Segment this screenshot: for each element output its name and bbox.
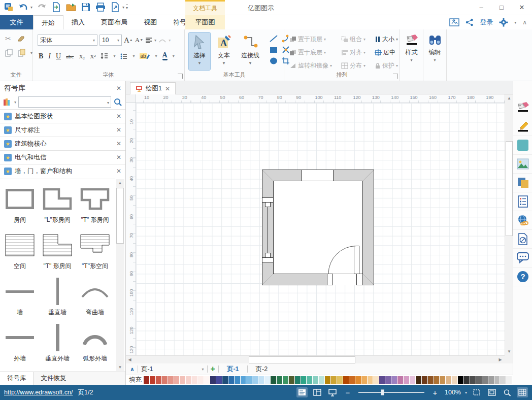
symbol-vertical-wall[interactable]: 垂直墙	[39, 275, 76, 319]
fill-swatch[interactable]	[307, 376, 312, 384]
fill-swatch[interactable]	[482, 376, 488, 384]
annotation-button[interactable]	[513, 230, 532, 249]
symbol-search-input[interactable]	[19, 97, 103, 107]
fill-swatch[interactable]	[452, 376, 457, 384]
zoom-slider[interactable]	[358, 392, 424, 393]
font-dialog-launcher[interactable]	[178, 74, 183, 79]
center-button[interactable]: 居中	[374, 47, 399, 58]
underline-icon[interactable]: U	[56, 52, 61, 60]
zoom-level[interactable]: 100%	[445, 389, 461, 396]
collapse-pages-icon[interactable]: ∧	[130, 366, 135, 373]
symbol-space[interactable]: 空间	[1, 228, 39, 273]
bold-icon[interactable]: B	[39, 52, 43, 60]
symbol-panel-scrollbar[interactable]: ▲ ▼	[116, 179, 124, 371]
fit-page-icon[interactable]	[471, 387, 482, 397]
fill-swatch[interactable]	[428, 376, 434, 384]
view-page-icon[interactable]	[312, 387, 323, 397]
fill-swatch[interactable]	[241, 376, 246, 384]
edit-button[interactable]: 编辑 ▾	[425, 31, 445, 69]
bring-to-front-button[interactable]: 置于顶层▾	[288, 34, 333, 45]
line-spacing-dropdown-icon[interactable]: ▾	[113, 54, 115, 58]
fill-swatch[interactable]	[235, 376, 240, 384]
canvas-vertical-scrollbar[interactable]: ▲ ▼	[505, 94, 513, 355]
decrease-font-icon[interactable]: A▼	[135, 36, 143, 44]
fill-swatch[interactable]	[349, 376, 355, 384]
symbol-arc-exterior-wall[interactable]: 弧形外墙	[76, 321, 114, 365]
arc-text-dropdown-icon[interactable]: ▾	[169, 38, 171, 43]
search-icon[interactable]	[113, 97, 122, 107]
italic-icon[interactable]: I	[48, 52, 51, 60]
file-menu-button[interactable]: 文件	[0, 15, 33, 29]
bullet-list-icon[interactable]	[120, 53, 127, 59]
view-normal-icon[interactable]	[296, 387, 308, 397]
symbol-t-room[interactable]: "T" 形房间	[76, 182, 114, 226]
fill-swatch[interactable]	[277, 376, 282, 384]
fill-swatch[interactable]	[494, 376, 500, 384]
fill-swatch[interactable]	[391, 376, 397, 384]
select-tool-button[interactable]: 选择 ▼	[189, 32, 210, 70]
text-tool-button[interactable]: A 文本 ▼	[213, 32, 235, 70]
fill-swatch[interactable]	[343, 376, 349, 384]
strikethrough-icon[interactable]: abc	[66, 53, 74, 59]
tab-page-layout[interactable]: 页面布局	[93, 15, 136, 29]
fill-swatch[interactable]	[404, 376, 409, 384]
login-button[interactable]: 登录	[480, 18, 493, 27]
undo-dropdown-icon[interactable]: ▾	[30, 5, 32, 10]
fit-window-icon[interactable]	[486, 387, 497, 397]
export-button[interactable]	[110, 2, 121, 13]
fill-swatch[interactable]	[174, 376, 180, 384]
scrollbar-thumb[interactable]	[249, 356, 355, 363]
pages-button[interactable]	[513, 174, 532, 192]
maximize-button[interactable]: □	[491, 0, 512, 14]
symbol-t-space[interactable]: "T"形空间	[76, 228, 114, 273]
style-button[interactable]: 样式 ▾	[402, 31, 422, 69]
fill-swatch[interactable]	[198, 376, 204, 384]
undo-button[interactable]	[18, 2, 29, 13]
category-close-icon[interactable]: ✕	[116, 113, 121, 120]
symbol-l-room[interactable]: "L"形房间	[39, 182, 76, 226]
category-close-icon[interactable]: ✕	[116, 126, 121, 134]
fill-swatch[interactable]	[162, 376, 168, 384]
scrollbar-thumb[interactable]	[116, 188, 124, 244]
fill-swatch[interactable]	[283, 376, 288, 384]
size-button[interactable]: 大小▾	[374, 34, 399, 45]
fill-swatch[interactable]	[325, 376, 330, 384]
font-size-select[interactable]: 10▾	[99, 35, 122, 46]
zoom-in-icon[interactable]: +	[429, 387, 441, 397]
zoom-region-icon[interactable]	[502, 387, 513, 397]
superscript-icon[interactable]: X²	[90, 53, 95, 59]
ellipse-shape-icon[interactable]	[269, 57, 278, 65]
zoom-slider-thumb[interactable]	[381, 389, 384, 395]
collapse-ribbon-icon[interactable]: ∧	[522, 19, 527, 26]
distribute-button[interactable]: 分布▾	[340, 60, 367, 71]
fill-swatch[interactable]	[144, 376, 149, 384]
category-basic-shapes[interactable]: ★ 基本绘图形状 ✕	[0, 109, 125, 123]
grid-toggle-icon[interactable]	[517, 387, 528, 397]
fill-swatch[interactable]	[150, 376, 155, 384]
arc-text-icon[interactable]	[158, 37, 167, 43]
fill-swatch[interactable]	[301, 376, 307, 384]
subscript-icon[interactable]: X₂	[79, 53, 85, 59]
arrange-dialog-launcher[interactable]	[393, 74, 398, 79]
fill-swatch[interactable]	[210, 376, 216, 384]
category-close-icon[interactable]: ✕	[116, 140, 121, 147]
fill-swatch[interactable]	[319, 376, 324, 384]
fill-swatch[interactable]	[422, 376, 427, 384]
outline-button[interactable]	[513, 192, 532, 211]
add-page-icon[interactable]: +	[211, 365, 215, 373]
panel-tab-symbol-library[interactable]: 符号库	[0, 372, 34, 385]
page-tab-1[interactable]: 页-1	[222, 365, 244, 374]
bullet-list-dropdown-icon[interactable]: ▾	[132, 54, 135, 58]
fill-swatch[interactable]	[216, 376, 222, 384]
align-button[interactable]: 对齐▾	[340, 47, 367, 58]
fill-swatch[interactable]	[464, 376, 470, 384]
category-close-icon[interactable]: ✕	[116, 154, 121, 161]
fill-swatch[interactable]	[355, 376, 361, 384]
paste-icon[interactable]	[18, 49, 25, 57]
highlight-dropdown-icon[interactable]: ▾	[155, 54, 157, 58]
share-icon[interactable]	[466, 18, 474, 26]
help-button[interactable]: ?	[513, 268, 532, 286]
fill-swatch[interactable]	[385, 376, 391, 384]
align-icon[interactable]	[145, 37, 152, 43]
fill-swatch[interactable]	[337, 376, 343, 384]
